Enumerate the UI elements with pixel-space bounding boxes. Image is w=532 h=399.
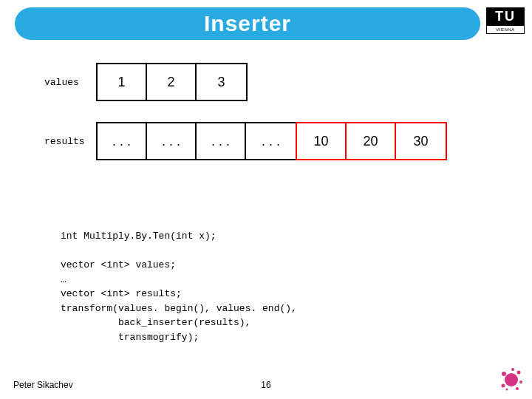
code-line: vector <int> results; [61, 288, 182, 299]
results-row: results . . . . . . . . . . . . 10 20 30 [44, 122, 447, 160]
code-line: … [61, 274, 66, 285]
code-block: int Multiply.By.Ten(int x); vector <int>… [61, 229, 297, 344]
svg-point-6 [506, 389, 508, 391]
value-cell: 1 [98, 64, 147, 100]
values-cells: 1 2 3 [96, 63, 248, 101]
code-line: back_inserter(results), [61, 317, 250, 328]
title-bar: Inserter [15, 7, 480, 40]
value-cell: 3 [197, 64, 246, 100]
svg-point-2 [517, 371, 521, 375]
values-row: values 1 2 3 [44, 63, 248, 101]
result-old-cell: . . . [246, 123, 296, 159]
results-old-cells: . . . . . . . . . . . . [96, 122, 297, 160]
logo-bottom: VIENNA [486, 25, 525, 34]
slide-title: Inserter [204, 11, 291, 36]
result-new-cell: 20 [347, 123, 396, 159]
result-new-cell: 30 [396, 123, 446, 159]
values-label: values [44, 77, 96, 88]
svg-point-0 [505, 373, 518, 386]
results-groups: . . . . . . . . . . . . 10 20 30 [96, 122, 447, 160]
code-line: transmogrify); [61, 332, 199, 343]
result-old-cell: . . . [197, 123, 246, 159]
svg-point-1 [502, 372, 506, 376]
tu-vienna-logo: TU VIENNA [486, 7, 525, 40]
splat-icon [497, 364, 526, 393]
code-line: int Multiply.By.Ten(int x); [61, 231, 216, 242]
footer-page: 16 [0, 380, 532, 390]
svg-point-4 [502, 384, 505, 388]
value-cell: 2 [147, 64, 197, 100]
result-old-cell: . . . [98, 123, 147, 159]
results-label: results [44, 136, 96, 147]
svg-point-3 [519, 381, 522, 383]
svg-point-7 [516, 387, 519, 390]
code-line: vector <int> values; [61, 259, 176, 270]
code-line: transform(values. begin(), values. end()… [61, 303, 297, 314]
result-new-cell: 10 [297, 123, 347, 159]
svg-point-5 [511, 368, 514, 371]
results-new-cells: 10 20 30 [296, 122, 447, 160]
result-old-cell: . . . [147, 123, 197, 159]
logo-top: TU [486, 7, 525, 25]
